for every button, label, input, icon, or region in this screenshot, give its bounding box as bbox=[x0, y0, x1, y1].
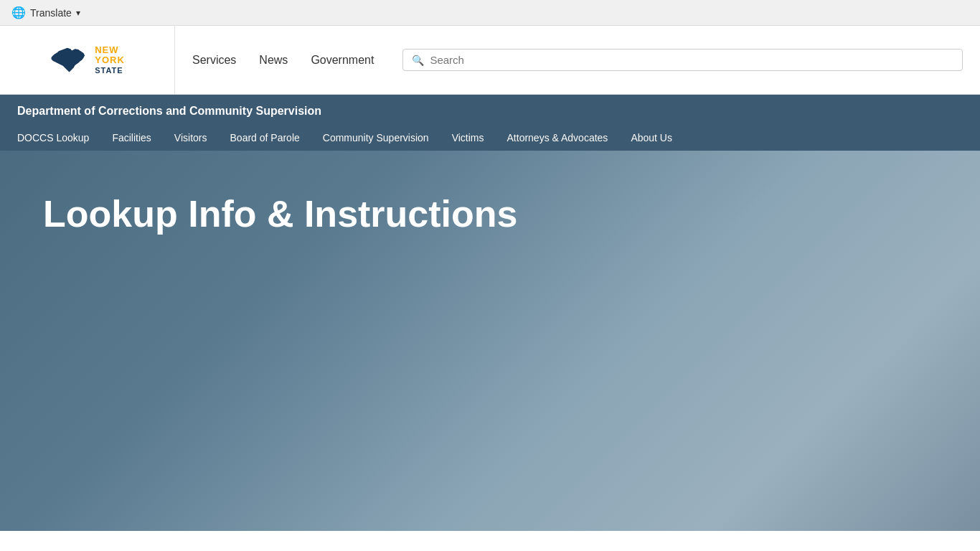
dept-nav-visitors[interactable]: Visitors bbox=[163, 125, 219, 151]
translate-bar: 🌐 Translate ▾ bbox=[0, 0, 980, 26]
translate-label: Translate bbox=[30, 7, 72, 19]
logo-york: YORK bbox=[95, 55, 125, 65]
search-container: 🔍 bbox=[402, 49, 963, 71]
chevron-down-icon: ▾ bbox=[76, 8, 80, 18]
top-nav: Services News Government 🔍 bbox=[175, 49, 980, 71]
dept-nav-board-of-parole[interactable]: Board of Parole bbox=[219, 125, 311, 151]
dept-nav-facilities[interactable]: Facilities bbox=[100, 125, 162, 151]
dept-title: Department of Corrections and Community … bbox=[17, 95, 963, 125]
hero-section: Lookup Info & Instructions bbox=[0, 151, 980, 531]
logo-state: STATE bbox=[95, 66, 125, 75]
search-input[interactable] bbox=[430, 54, 953, 66]
dept-nav-victims[interactable]: Victims bbox=[440, 125, 496, 151]
globe-icon: 🌐 bbox=[11, 6, 26, 19]
ny-map-icon bbox=[50, 40, 89, 80]
ny-state-logo[interactable]: NEW YORK STATE bbox=[50, 40, 125, 80]
search-icon: 🔍 bbox=[412, 55, 424, 66]
logo-text: NEW YORK STATE bbox=[95, 45, 125, 75]
dept-nav-community-supervision[interactable]: Community Supervision bbox=[311, 125, 440, 151]
dept-nav-doccs-lookup[interactable]: DOCCS Lookup bbox=[17, 125, 100, 151]
svg-marker-0 bbox=[52, 49, 85, 72]
logo-area: NEW YORK STATE bbox=[0, 26, 175, 95]
search-input-wrapper: 🔍 bbox=[402, 49, 963, 71]
logo-new: NEW bbox=[95, 45, 125, 55]
nav-services[interactable]: Services bbox=[192, 54, 236, 67]
nav-news[interactable]: News bbox=[259, 54, 288, 67]
translate-button[interactable]: 🌐 Translate ▾ bbox=[11, 6, 80, 19]
dept-nav-about-us[interactable]: About Us bbox=[619, 125, 684, 151]
hero-title: Lookup Info & Instructions bbox=[43, 194, 518, 235]
dept-nav-links: DOCCS Lookup Facilities Visitors Board o… bbox=[17, 125, 963, 151]
main-header: NEW YORK STATE Services News Government … bbox=[0, 26, 980, 95]
dept-nav-bar: Department of Corrections and Community … bbox=[0, 95, 980, 151]
nav-government[interactable]: Government bbox=[311, 54, 374, 67]
dept-nav-attorneys-advocates[interactable]: Attorneys & Advocates bbox=[496, 125, 620, 151]
